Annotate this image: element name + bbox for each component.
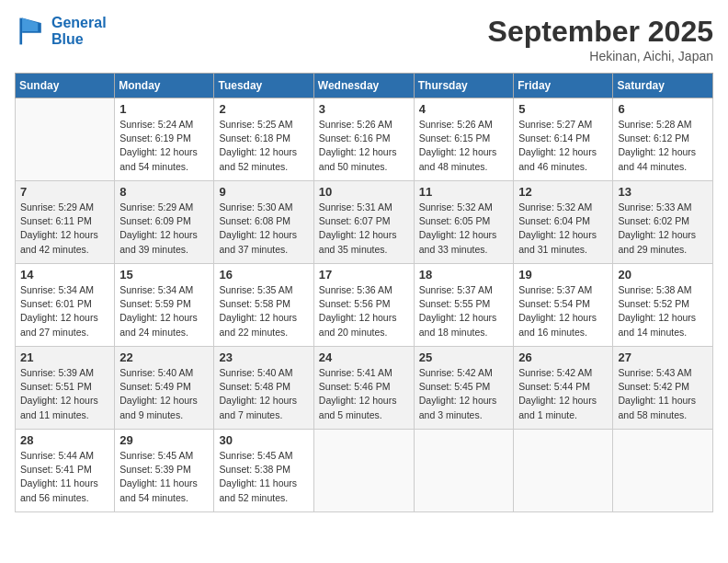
calendar-cell: 12Sunrise: 5:32 AM Sunset: 6:04 PM Dayli… — [514, 181, 613, 264]
calendar-cell: 22Sunrise: 5:40 AM Sunset: 5:49 PM Dayli… — [115, 347, 214, 430]
calendar-cell: 11Sunrise: 5:32 AM Sunset: 6:05 PM Dayli… — [414, 181, 514, 264]
day-number: 29 — [119, 433, 209, 447]
calendar-cell: 24Sunrise: 5:41 AM Sunset: 5:46 PM Dayli… — [313, 347, 414, 430]
day-info: Sunrise: 5:29 AM Sunset: 6:11 PM Dayligh… — [20, 201, 109, 257]
day-info: Sunrise: 5:28 AM Sunset: 6:12 PM Dayligh… — [618, 118, 708, 174]
calendar-cell: 17Sunrise: 5:36 AM Sunset: 5:56 PM Dayli… — [313, 264, 414, 347]
day-info: Sunrise: 5:45 AM Sunset: 5:39 PM Dayligh… — [119, 449, 209, 505]
calendar-cell: 9Sunrise: 5:30 AM Sunset: 6:08 PM Daylig… — [214, 181, 313, 264]
day-info: Sunrise: 5:27 AM Sunset: 6:14 PM Dayligh… — [518, 118, 608, 174]
day-info: Sunrise: 5:26 AM Sunset: 6:15 PM Dayligh… — [419, 118, 509, 174]
weekday-header-wednesday: Wednesday — [313, 74, 414, 98]
day-info: Sunrise: 5:35 AM Sunset: 5:58 PM Dayligh… — [219, 283, 308, 339]
calendar-cell: 10Sunrise: 5:31 AM Sunset: 6:07 PM Dayli… — [313, 181, 414, 264]
day-info: Sunrise: 5:40 AM Sunset: 5:48 PM Dayligh… — [219, 366, 308, 422]
calendar-cell: 27Sunrise: 5:43 AM Sunset: 5:42 PM Dayli… — [613, 347, 713, 430]
day-number: 16 — [219, 268, 308, 282]
day-number: 28 — [20, 433, 109, 447]
calendar-cell: 23Sunrise: 5:40 AM Sunset: 5:48 PM Dayli… — [214, 347, 313, 430]
day-info: Sunrise: 5:39 AM Sunset: 5:51 PM Dayligh… — [20, 366, 109, 422]
calendar-cell: 8Sunrise: 5:29 AM Sunset: 6:09 PM Daylig… — [115, 181, 214, 264]
calendar-week-row: 28Sunrise: 5:44 AM Sunset: 5:41 PM Dayli… — [16, 430, 713, 512]
day-number: 14 — [20, 268, 109, 282]
day-info: Sunrise: 5:37 AM Sunset: 5:54 PM Dayligh… — [518, 283, 608, 339]
day-info: Sunrise: 5:26 AM Sunset: 6:16 PM Dayligh… — [319, 118, 409, 174]
day-info: Sunrise: 5:43 AM Sunset: 5:42 PM Dayligh… — [618, 366, 708, 422]
calendar-cell: 18Sunrise: 5:37 AM Sunset: 5:55 PM Dayli… — [414, 264, 514, 347]
calendar-cell: 2Sunrise: 5:25 AM Sunset: 6:18 PM Daylig… — [214, 98, 313, 181]
weekday-header-tuesday: Tuesday — [214, 74, 313, 98]
day-number: 20 — [618, 268, 708, 282]
calendar-cell: 4Sunrise: 5:26 AM Sunset: 6:15 PM Daylig… — [414, 98, 514, 181]
day-info: Sunrise: 5:31 AM Sunset: 6:07 PM Dayligh… — [319, 201, 409, 257]
calendar-cell — [16, 98, 115, 181]
day-number: 12 — [518, 185, 608, 199]
calendar-cell — [514, 430, 613, 512]
calendar-cell — [313, 430, 414, 512]
month-title: September 2025 — [488, 15, 713, 49]
day-number: 11 — [419, 185, 509, 199]
day-info: Sunrise: 5:29 AM Sunset: 6:09 PM Dayligh… — [119, 201, 209, 257]
day-info: Sunrise: 5:41 AM Sunset: 5:46 PM Dayligh… — [319, 366, 409, 422]
day-info: Sunrise: 5:42 AM Sunset: 5:44 PM Dayligh… — [518, 366, 608, 422]
day-number: 9 — [219, 185, 308, 199]
calendar-cell: 16Sunrise: 5:35 AM Sunset: 5:58 PM Dayli… — [214, 264, 313, 347]
day-number: 22 — [119, 350, 209, 364]
calendar-cell: 19Sunrise: 5:37 AM Sunset: 5:54 PM Dayli… — [514, 264, 613, 347]
day-number: 10 — [319, 185, 409, 199]
day-number: 5 — [518, 102, 608, 116]
calendar-cell: 21Sunrise: 5:39 AM Sunset: 5:51 PM Dayli… — [16, 347, 115, 430]
day-number: 21 — [20, 350, 109, 364]
calendar-cell: 1Sunrise: 5:24 AM Sunset: 6:19 PM Daylig… — [115, 98, 214, 181]
day-number: 2 — [219, 102, 308, 116]
svg-rect-0 — [19, 18, 22, 45]
calendar-cell — [414, 430, 514, 512]
day-number: 7 — [20, 185, 109, 199]
day-info: Sunrise: 5:37 AM Sunset: 5:55 PM Dayligh… — [419, 283, 509, 339]
day-info: Sunrise: 5:42 AM Sunset: 5:45 PM Dayligh… — [419, 366, 509, 422]
calendar-cell: 15Sunrise: 5:34 AM Sunset: 5:59 PM Dayli… — [115, 264, 214, 347]
day-info: Sunrise: 5:32 AM Sunset: 6:05 PM Dayligh… — [419, 201, 509, 257]
calendar-cell: 13Sunrise: 5:33 AM Sunset: 6:02 PM Dayli… — [613, 181, 713, 264]
calendar-week-row: 14Sunrise: 5:34 AM Sunset: 6:01 PM Dayli… — [16, 264, 713, 347]
day-number: 26 — [518, 350, 608, 364]
day-number: 23 — [219, 350, 308, 364]
day-info: Sunrise: 5:36 AM Sunset: 5:56 PM Dayligh… — [319, 283, 409, 339]
day-info: Sunrise: 5:32 AM Sunset: 6:04 PM Dayligh… — [518, 201, 608, 257]
calendar-cell: 3Sunrise: 5:26 AM Sunset: 6:16 PM Daylig… — [313, 98, 414, 181]
day-number: 8 — [119, 185, 209, 199]
logo: General Blue — [15, 15, 107, 48]
day-number: 18 — [419, 268, 509, 282]
day-number: 19 — [518, 268, 608, 282]
day-number: 25 — [419, 350, 509, 364]
calendar-cell: 6Sunrise: 5:28 AM Sunset: 6:12 PM Daylig… — [613, 98, 713, 181]
calendar-week-row: 1Sunrise: 5:24 AM Sunset: 6:19 PM Daylig… — [16, 98, 713, 181]
weekday-header-saturday: Saturday — [613, 74, 713, 98]
calendar-cell: 7Sunrise: 5:29 AM Sunset: 6:11 PM Daylig… — [16, 181, 115, 264]
day-number: 6 — [618, 102, 708, 116]
day-number: 30 — [219, 433, 308, 447]
calendar-cell — [613, 430, 713, 512]
day-number: 17 — [319, 268, 409, 282]
day-info: Sunrise: 5:44 AM Sunset: 5:41 PM Dayligh… — [20, 449, 109, 505]
calendar-week-row: 21Sunrise: 5:39 AM Sunset: 5:51 PM Dayli… — [16, 347, 713, 430]
logo-icon — [15, 15, 48, 48]
day-info: Sunrise: 5:40 AM Sunset: 5:49 PM Dayligh… — [119, 366, 209, 422]
calendar-cell: 26Sunrise: 5:42 AM Sunset: 5:44 PM Dayli… — [514, 347, 613, 430]
day-info: Sunrise: 5:45 AM Sunset: 5:38 PM Dayligh… — [219, 449, 308, 505]
day-number: 4 — [419, 102, 509, 116]
day-info: Sunrise: 5:34 AM Sunset: 6:01 PM Dayligh… — [20, 283, 109, 339]
day-info: Sunrise: 5:38 AM Sunset: 5:52 PM Dayligh… — [618, 283, 708, 339]
svg-marker-2 — [22, 18, 38, 31]
calendar-cell: 25Sunrise: 5:42 AM Sunset: 5:45 PM Dayli… — [414, 347, 514, 430]
weekday-header-friday: Friday — [514, 74, 613, 98]
day-number: 15 — [119, 268, 209, 282]
page-header: General Blue September 2025 Hekinan, Aic… — [15, 15, 713, 63]
day-number: 13 — [618, 185, 708, 199]
day-info: Sunrise: 5:24 AM Sunset: 6:19 PM Dayligh… — [119, 118, 209, 174]
day-info: Sunrise: 5:30 AM Sunset: 6:08 PM Dayligh… — [219, 201, 308, 257]
calendar-cell: 29Sunrise: 5:45 AM Sunset: 5:39 PM Dayli… — [115, 430, 214, 512]
day-number: 1 — [119, 102, 209, 116]
weekday-header-monday: Monday — [115, 74, 214, 98]
day-number: 3 — [319, 102, 409, 116]
